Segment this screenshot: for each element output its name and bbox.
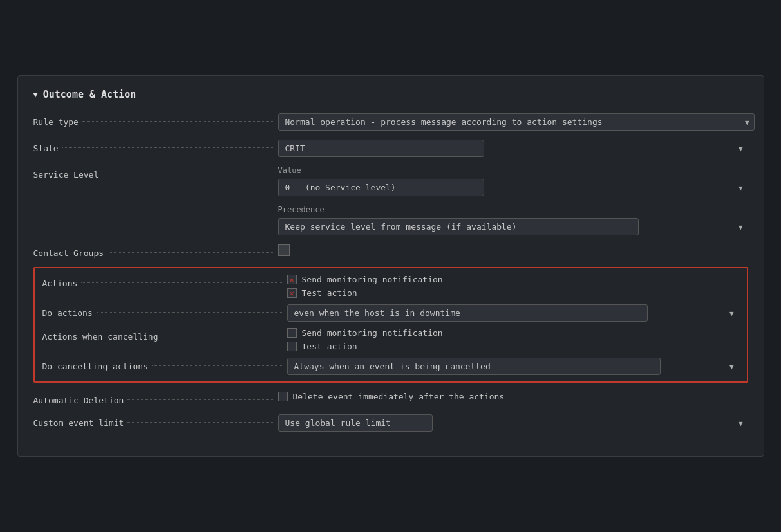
custom-event-limit-label-col: Custom event limit xyxy=(33,414,278,428)
rule-type-select[interactable]: Normal operation - process message accor… xyxy=(278,113,755,131)
auto-deletion-checkbox[interactable] xyxy=(278,392,288,401)
collapse-icon[interactable]: ▼ xyxy=(33,90,38,99)
service-level-value-col: Value 0 - (no Service level) ▼ Precedenc… xyxy=(278,166,748,235)
do-actions-select[interactable]: even when the host is in downtime xyxy=(287,304,648,322)
do-actions-chevron-icon: ▼ xyxy=(729,309,734,317)
do-actions-select-wrapper: even when the host is in downtime ▼ xyxy=(287,304,739,322)
precedence-sublabel: Precedence xyxy=(278,205,748,214)
actions-value-col: ✕ Send monitoring notification ✕ Test ac… xyxy=(287,275,739,298)
actions-checkbox-2[interactable]: ✕ xyxy=(287,288,297,298)
custom-event-limit-select[interactable]: Use global rule limit xyxy=(278,414,433,432)
cancelling-item-label-1: Send monitoring notification xyxy=(302,328,443,338)
precedence-select-wrapper: Keep service level from message (if avai… xyxy=(278,218,748,235)
rule-type-label: Rule type xyxy=(33,117,79,127)
auto-deletion-checkbox-label: Delete event immediately after the actio… xyxy=(293,392,505,401)
auto-deletion-label-col: Automatic Deletion xyxy=(33,392,278,405)
do-cancelling-actions-row: Do cancelling actions Always when an eve… xyxy=(42,358,739,375)
custom-event-limit-chevron-icon: ▼ xyxy=(739,419,743,427)
actions-item-label-1: Send monitoring notification xyxy=(302,275,443,284)
custom-event-limit-label: Custom event limit xyxy=(33,418,124,428)
actions-item-1: ✕ Send monitoring notification xyxy=(287,275,739,284)
auto-deletion-checkbox-row: Delete event immediately after the actio… xyxy=(278,392,748,401)
actions-row: Actions ✕ Send monitoring notification ✕… xyxy=(42,275,739,298)
service-level-select-wrapper: 0 - (no Service level) ▼ xyxy=(278,179,748,196)
actions-when-cancelling-label: Actions when cancelling xyxy=(42,332,158,342)
actions-label: Actions xyxy=(42,279,78,288)
rule-type-value-col: Normal operation - process message accor… xyxy=(278,113,755,131)
precedence-chevron-icon: ▼ xyxy=(739,223,743,231)
auto-deletion-dots xyxy=(127,399,274,400)
contact-groups-row: Contact Groups xyxy=(33,244,748,258)
cancelling-checkbox-1[interactable] xyxy=(287,328,297,338)
do-actions-value-col: even when the host is in downtime ▼ xyxy=(287,304,739,322)
do-actions-dots xyxy=(97,312,283,313)
actions-item-2: ✕ Test action xyxy=(287,288,739,298)
service-level-dots xyxy=(102,174,274,174)
state-value-col: CRIT ▼ xyxy=(278,140,748,157)
contact-groups-value-col xyxy=(278,244,748,256)
cancelling-item-1: Send monitoring notification xyxy=(287,328,739,338)
actions-when-cancelling-label-col: Actions when cancelling xyxy=(42,328,287,342)
state-select-wrapper: CRIT ▼ xyxy=(278,140,748,157)
do-cancelling-dots xyxy=(152,365,283,366)
custom-event-limit-dots xyxy=(127,422,274,423)
custom-event-limit-row: Custom event limit Use global rule limit… xyxy=(33,414,748,432)
service-level-chevron-icon: ▼ xyxy=(739,183,743,192)
service-level-row: Service Level Value 0 - (no Service leve… xyxy=(33,166,748,235)
actions-bordered-section: Actions ✕ Send monitoring notification ✕… xyxy=(33,267,748,383)
state-chevron-icon: ▼ xyxy=(739,144,743,152)
precedence-select[interactable]: Keep service level from message (if avai… xyxy=(278,218,639,235)
do-actions-label: Do actions xyxy=(42,308,93,318)
panel-header: ▼ Outcome & Action xyxy=(33,89,748,100)
do-cancelling-label: Do cancelling actions xyxy=(42,362,148,371)
service-level-label-col: Service Level xyxy=(33,166,278,179)
actions-check-icon-1: ✕ xyxy=(289,276,294,284)
outcome-action-panel: ▼ Outcome & Action Rule type Normal oper… xyxy=(17,75,764,457)
rule-type-dots xyxy=(82,121,274,122)
value-sublabel: Value xyxy=(278,166,748,175)
do-actions-row: Do actions even when the host is in down… xyxy=(42,304,739,322)
auto-deletion-value-col: Delete event immediately after the actio… xyxy=(278,392,748,401)
service-level-select[interactable]: 0 - (no Service level) xyxy=(278,179,484,196)
rule-type-select-wrapper: Normal operation - process message accor… xyxy=(278,113,755,131)
state-dots xyxy=(62,147,274,148)
auto-deletion-label: Automatic Deletion xyxy=(33,396,124,405)
do-cancelling-value-col: Always when an event is being cancelled … xyxy=(287,358,739,375)
actions-check-icon-2: ✕ xyxy=(289,289,294,297)
actions-item-label-2: Test action xyxy=(302,288,357,298)
actions-when-cancelling-row: Actions when cancelling Send monitoring … xyxy=(42,328,739,351)
actions-dots xyxy=(81,282,283,283)
contact-groups-dots xyxy=(108,252,274,253)
do-actions-label-col: Do actions xyxy=(42,304,287,318)
state-label-col: State xyxy=(33,140,278,153)
contact-groups-label: Contact Groups xyxy=(33,248,104,258)
actions-when-cancelling-dots xyxy=(162,336,283,336)
contact-groups-label-col: Contact Groups xyxy=(33,244,278,258)
state-row: State CRIT ▼ xyxy=(33,140,748,157)
actions-when-cancelling-value-col: Send monitoring notification Test action xyxy=(287,328,739,351)
cancelling-item-2: Test action xyxy=(287,342,739,351)
contact-groups-checkbox[interactable] xyxy=(278,244,290,256)
automatic-deletion-row: Automatic Deletion Delete event immediat… xyxy=(33,392,748,405)
do-cancelling-select[interactable]: Always when an event is being cancelled xyxy=(287,358,661,375)
do-cancelling-select-wrapper: Always when an event is being cancelled … xyxy=(287,358,739,375)
actions-label-col: Actions xyxy=(42,275,287,288)
state-select[interactable]: CRIT xyxy=(278,140,484,157)
custom-event-limit-value-col: Use global rule limit ▼ xyxy=(278,414,748,432)
rule-type-label-col: Rule type xyxy=(33,113,278,127)
actions-checkbox-1[interactable]: ✕ xyxy=(287,275,297,284)
do-cancelling-chevron-icon: ▼ xyxy=(729,362,734,371)
state-label: State xyxy=(33,143,59,153)
service-level-label: Service Level xyxy=(33,170,99,179)
do-cancelling-label-col: Do cancelling actions xyxy=(42,358,287,371)
custom-event-limit-select-wrapper: Use global rule limit ▼ xyxy=(278,414,748,432)
rule-type-row: Rule type Normal operation - process mes… xyxy=(33,113,748,131)
panel-title: Outcome & Action xyxy=(43,89,136,100)
cancelling-item-label-2: Test action xyxy=(302,342,357,351)
cancelling-checkbox-2[interactable] xyxy=(287,342,297,351)
